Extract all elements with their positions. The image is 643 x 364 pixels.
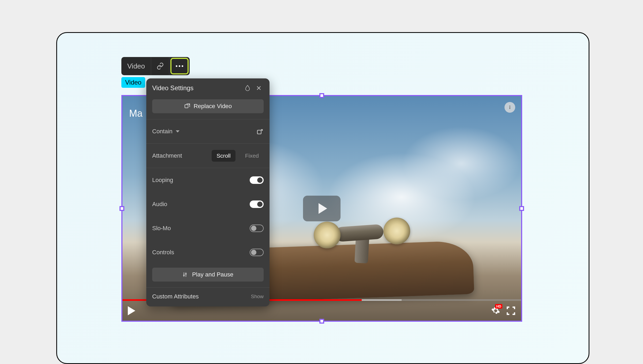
controls-label: Controls [152,249,250,256]
svg-rect-4 [510,107,510,109]
play-and-pause-button[interactable]: Play and Pause [152,268,264,282]
contain-row: Contain [146,119,270,143]
attachment-option-fixed[interactable]: Fixed [240,150,264,162]
svg-point-3 [509,106,510,107]
ellipsis-icon [175,65,184,67]
play-overlay-button[interactable] [303,196,341,221]
replace-video-label: Replace Video [194,103,232,110]
svg-point-2 [182,65,183,67]
link-button[interactable] [151,57,169,75]
link-icon [156,62,164,70]
audio-label: Audio [152,201,250,208]
resize-handle-left[interactable] [119,206,124,211]
close-icon [256,85,262,91]
settings-quality-button[interactable]: HD [491,306,500,315]
element-toolbar: Video [121,57,190,75]
panel-title: Video Settings [152,84,241,92]
rotate-button[interactable] [256,128,264,135]
sliders-icon [182,272,188,278]
fullscreen-button[interactable] [506,306,516,316]
contain-dropdown[interactable]: Contain [152,128,256,135]
custom-attributes-label: Custom Attributes [152,293,251,300]
audio-row: Audio [146,192,270,216]
attachment-label: Attachment [152,152,212,159]
custom-attributes-show-button[interactable]: Show [251,294,264,299]
slomo-label: Slo-Mo [152,225,250,232]
looping-label: Looping [152,177,250,184]
looping-row: Looping [146,168,270,192]
panel-header: Video Settings [146,78,270,98]
element-tag[interactable]: Video [121,77,145,88]
app-frame: Video Video [56,32,589,364]
contain-label: Contain [152,128,173,135]
play-button[interactable] [128,306,135,315]
svg-point-0 [176,65,177,67]
hd-badge: HD [495,304,502,309]
info-button[interactable] [504,102,515,113]
play-icon [319,203,327,214]
close-panel-button[interactable] [254,83,264,93]
controls-toggle[interactable] [250,249,264,256]
slomo-toggle[interactable] [250,225,264,232]
replace-video-button[interactable]: Replace Video [152,99,264,113]
slomo-row: Slo-Mo [146,216,270,240]
resize-handle-top[interactable] [319,93,324,98]
chevron-down-icon [176,130,180,132]
looping-toggle[interactable] [250,176,264,184]
svg-point-1 [179,65,180,67]
play-pause-label: Play and Pause [192,271,233,278]
custom-attributes-row: Custom Attributes Show [146,288,270,306]
attachment-option-scroll[interactable]: Scroll [212,150,235,162]
reset-button[interactable] [243,83,252,93]
more-options-button[interactable] [170,58,189,74]
svg-rect-5 [185,105,188,108]
video-title-text: Ma [129,108,143,119]
attachment-row: Attachment Scroll Fixed [146,144,270,168]
audio-toggle[interactable] [250,200,264,208]
resize-handle-right[interactable] [519,206,524,211]
replace-icon [184,103,190,109]
info-icon [507,104,513,110]
controls-row: Controls [146,240,270,264]
svg-rect-6 [257,130,261,134]
toolbar-element-label: Video [121,57,151,75]
droplet-icon [245,85,251,92]
video-settings-panel: Video Settings Replace Video [146,78,270,306]
